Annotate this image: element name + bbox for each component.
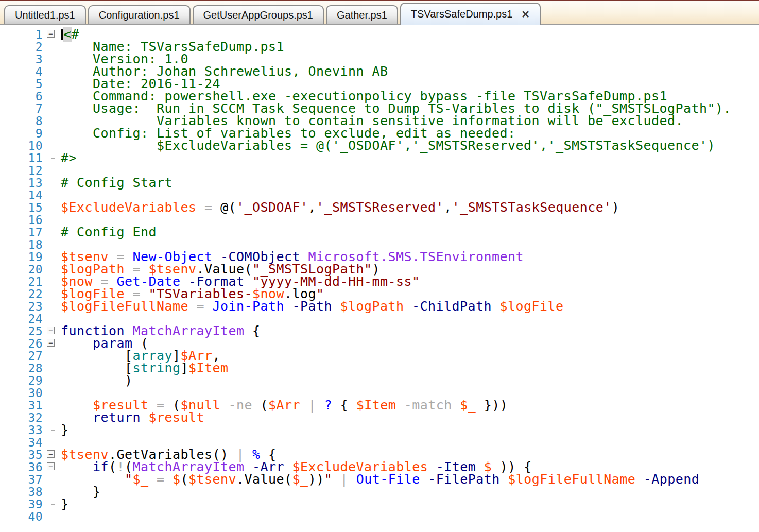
fold-margin bbox=[43, 102, 61, 115]
fold-margin: − bbox=[43, 449, 61, 461]
fold-margin bbox=[43, 486, 61, 498]
line-number: 17 bbox=[0, 226, 43, 238]
tab-label: Gather.ps1 bbox=[337, 9, 387, 21]
code-line[interactable]: 37 "$_ = $($tsenv.Value($_))" | Out-File… bbox=[0, 473, 759, 486]
code-line[interactable]: 32 return $result bbox=[0, 411, 759, 424]
powershell-ise-editor: Untitled1.ps1Configuration.ps1GetUserApp… bbox=[0, 0, 759, 523]
tab-label: TSVarsSafeDump.ps1 bbox=[411, 8, 513, 20]
line-number: 20 bbox=[0, 263, 43, 276]
line-number: 23 bbox=[0, 300, 43, 313]
fold-margin: − bbox=[43, 325, 61, 337]
line-number: 11 bbox=[0, 152, 43, 164]
code-line[interactable]: 23$logFileFullName = Join-Path -Path $lo… bbox=[0, 300, 759, 313]
code-line[interactable]: 10 $ExcludeVariables = @('_OSDOAF','_SMS… bbox=[0, 140, 759, 152]
code-line[interactable]: 15$ExcludeVariables = @('_OSDOAF','_SMST… bbox=[0, 201, 759, 214]
line-number: 32 bbox=[0, 411, 43, 424]
fold-margin bbox=[43, 411, 61, 424]
line-number: 37 bbox=[0, 473, 43, 486]
fold-margin bbox=[43, 78, 61, 90]
fold-margin bbox=[43, 201, 61, 214]
fold-margin bbox=[43, 313, 61, 325]
line-number: 24 bbox=[0, 313, 43, 325]
line-number: 22 bbox=[0, 288, 43, 300]
line-number: 31 bbox=[0, 399, 43, 411]
fold-collapse-icon[interactable]: − bbox=[47, 462, 55, 470]
fold-margin bbox=[43, 473, 61, 486]
fold-margin bbox=[43, 424, 61, 436]
line-number: 19 bbox=[0, 251, 43, 263]
tab-label: Untitled1.ps1 bbox=[15, 9, 75, 21]
code-editor: 1−<#2 Name: TSVarsSafeDump.ps13 Version:… bbox=[0, 25, 759, 523]
tab-configuration-ps1[interactable]: Configuration.ps1 bbox=[88, 5, 191, 24]
tab-gather-ps1[interactable]: Gather.ps1 bbox=[326, 5, 398, 24]
fold-margin bbox=[43, 189, 61, 201]
line-number: 6 bbox=[0, 90, 43, 102]
line-number: 4 bbox=[0, 65, 43, 78]
fold-margin bbox=[43, 387, 61, 399]
code-text: $ExcludeVariables = @('_OSDOAF','_SMSTSR… bbox=[61, 140, 715, 152]
code-text: } bbox=[61, 498, 69, 510]
fold-collapse-icon[interactable]: − bbox=[47, 339, 55, 347]
line-number: 25 bbox=[0, 325, 43, 337]
fold-margin bbox=[43, 399, 61, 411]
code-text: "$_ = $($tsenv.Value($_))" | Out-File -F… bbox=[61, 473, 699, 486]
line-number: 38 bbox=[0, 486, 43, 498]
line-number: 40 bbox=[0, 510, 43, 523]
fold-collapse-icon[interactable]: − bbox=[47, 30, 55, 38]
fold-margin bbox=[43, 436, 61, 449]
code-line[interactable]: 40 bbox=[0, 510, 759, 523]
code-text: ) bbox=[61, 374, 133, 387]
line-number: 13 bbox=[0, 177, 43, 189]
line-number: 10 bbox=[0, 140, 43, 152]
fold-margin bbox=[43, 300, 61, 313]
code-text: $ExcludeVariables = @('_OSDOAF','_SMSTSR… bbox=[61, 201, 619, 214]
line-number: 14 bbox=[0, 189, 43, 201]
line-number: 2 bbox=[0, 41, 43, 53]
fold-margin: − bbox=[43, 337, 61, 350]
code-line[interactable]: 29 ) bbox=[0, 374, 759, 387]
code-text: $logFileFullName = Join-Path -Path $logP… bbox=[61, 300, 564, 313]
code-line[interactable]: 39} bbox=[0, 498, 759, 510]
line-number: 18 bbox=[0, 238, 43, 251]
line-number: 16 bbox=[0, 214, 43, 226]
fold-margin bbox=[43, 115, 61, 127]
fold-margin bbox=[43, 177, 61, 189]
line-number: 3 bbox=[0, 53, 43, 65]
code-line[interactable]: 38 } bbox=[0, 486, 759, 498]
line-number: 12 bbox=[0, 164, 43, 177]
fold-margin: − bbox=[43, 28, 61, 41]
fold-margin bbox=[43, 510, 61, 523]
line-number: 1 bbox=[0, 28, 43, 41]
fold-margin bbox=[43, 53, 61, 65]
line-number: 39 bbox=[0, 498, 43, 510]
tab-getuserappgroups-ps1[interactable]: GetUserAppGroups.ps1 bbox=[193, 5, 324, 24]
tab-bar: Untitled1.ps1Configuration.ps1GetUserApp… bbox=[0, 0, 759, 25]
code-line[interactable]: 33} bbox=[0, 424, 759, 436]
fold-margin bbox=[43, 276, 61, 288]
code-line[interactable]: 11#> bbox=[0, 152, 759, 164]
code-line[interactable]: 17# Config End bbox=[0, 226, 759, 238]
fold-margin bbox=[43, 140, 61, 152]
fold-margin bbox=[43, 226, 61, 238]
tab-tsvarssafedump-ps1[interactable]: TSVarsSafeDump.ps1✕ bbox=[400, 3, 541, 25]
fold-margin bbox=[43, 41, 61, 53]
code-line[interactable]: 13# Config Start bbox=[0, 177, 759, 189]
fold-collapse-icon[interactable]: − bbox=[47, 327, 55, 334]
fold-margin bbox=[43, 350, 61, 362]
code-text: # Config End bbox=[61, 226, 157, 238]
close-tab-icon[interactable]: ✕ bbox=[521, 9, 530, 20]
line-number: 26 bbox=[0, 337, 43, 350]
line-number: 9 bbox=[0, 127, 43, 140]
fold-margin bbox=[43, 288, 61, 300]
fold-margin: − bbox=[43, 461, 61, 473]
tab-untitled1-ps1[interactable]: Untitled1.ps1 bbox=[4, 5, 86, 24]
tab-label: GetUserAppGroups.ps1 bbox=[203, 9, 313, 21]
line-number: 15 bbox=[0, 201, 43, 214]
fold-margin bbox=[43, 65, 61, 78]
line-number: 29 bbox=[0, 374, 43, 387]
fold-margin bbox=[43, 374, 61, 387]
line-number: 30 bbox=[0, 387, 43, 399]
line-number: 36 bbox=[0, 461, 43, 473]
fold-collapse-icon[interactable]: − bbox=[47, 450, 55, 458]
fold-margin bbox=[43, 362, 61, 374]
